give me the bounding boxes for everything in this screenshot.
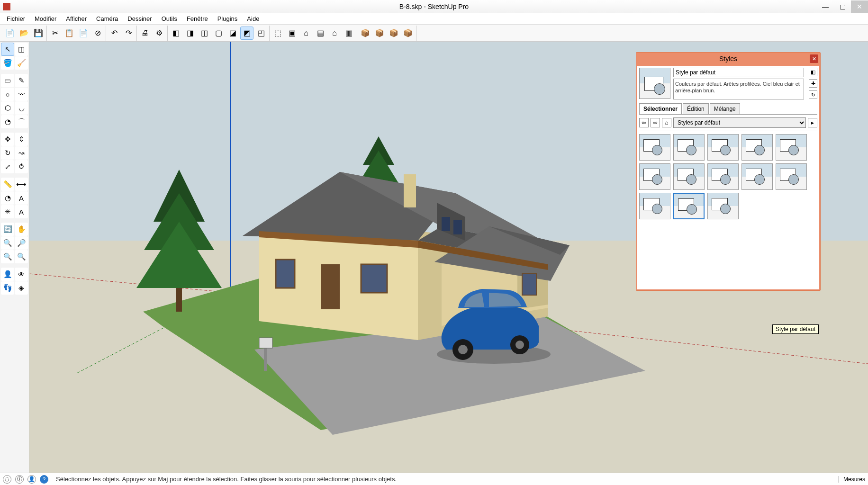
redo-button[interactable]: ↷ <box>122 27 135 40</box>
shaded-textures-button[interactable]: ◩ <box>240 27 253 40</box>
style-thumb[interactable] <box>707 163 739 190</box>
menu-camera[interactable]: Caméra <box>91 14 123 24</box>
circle-tool[interactable]: ○ <box>1 88 14 101</box>
share-button[interactable]: 📦 <box>373 27 386 40</box>
extensions-button[interactable]: 📦 <box>387 27 400 40</box>
copy-button[interactable]: 📋 <box>63 27 76 40</box>
style-thumb[interactable] <box>673 163 705 190</box>
menu-aide[interactable]: Aide <box>242 14 264 24</box>
top-view-button[interactable]: ▣ <box>285 27 298 40</box>
menu-outils[interactable]: Outils <box>157 14 182 24</box>
nav-forward-button[interactable]: ⇨ <box>651 118 660 127</box>
tab-mix[interactable]: Mélange <box>710 103 740 114</box>
back-edges-button[interactable]: ◨ <box>183 27 197 40</box>
maximize-button[interactable]: ▢ <box>834 0 851 13</box>
print-button[interactable]: 🖨 <box>138 27 152 40</box>
style-thumb-selected[interactable] <box>673 193 705 219</box>
menu-fenetre[interactable]: Fenêtre <box>182 14 213 24</box>
help-icon[interactable]: ? <box>40 475 48 484</box>
hidden-line-button[interactable]: ▢ <box>212 27 225 40</box>
move-tool[interactable]: ✥ <box>1 133 14 146</box>
delete-button[interactable]: ⊘ <box>91 27 104 40</box>
component-tool[interactable]: ◫ <box>15 43 28 56</box>
style-update-button[interactable]: ↻ <box>809 90 817 99</box>
style-thumb[interactable] <box>741 134 773 161</box>
paint-tool[interactable]: 🪣 <box>1 56 14 70</box>
tab-select[interactable]: Sélectionner <box>639 103 682 114</box>
freehand-tool[interactable]: 〰 <box>15 88 28 101</box>
current-style-thumbnail[interactable] <box>639 68 670 99</box>
back-view-button[interactable]: ⌂ <box>328 27 341 40</box>
style-thumb[interactable] <box>707 193 739 219</box>
open-file-button[interactable]: 📂 <box>18 27 31 40</box>
monochrome-button[interactable]: ◰ <box>254 27 268 40</box>
style-thumb[interactable] <box>741 163 773 190</box>
style-description[interactable]: Couleurs par défaut. Arêtes profilées. C… <box>673 79 804 99</box>
orbit-tool[interactable]: 🔄 <box>1 223 14 236</box>
nav-details-button[interactable]: ▸ <box>808 118 817 127</box>
iso-view-button[interactable]: ⬚ <box>271 27 284 40</box>
style-thumb[interactable] <box>707 134 739 161</box>
warehouse-button[interactable]: 📦 <box>359 27 372 40</box>
menu-modifier[interactable]: Modifier <box>30 14 61 24</box>
undo-button[interactable]: ↶ <box>108 27 121 40</box>
axes-tool[interactable]: ✳ <box>1 205 14 218</box>
nav-home-button[interactable]: ⌂ <box>662 118 671 127</box>
new-file-button[interactable]: 📄 <box>3 27 17 40</box>
look-around-tool[interactable]: 👁 <box>15 268 28 281</box>
right-view-button[interactable]: ▤ <box>314 27 327 40</box>
arc2-tool[interactable]: ⌒ <box>15 115 28 128</box>
tape-tool[interactable]: 📏 <box>1 178 14 191</box>
front-view-button[interactable]: ⌂ <box>299 27 313 40</box>
pie-tool[interactable]: ◔ <box>1 115 14 128</box>
position-camera-tool[interactable]: 👤 <box>1 268 14 281</box>
style-thumb[interactable] <box>639 163 670 190</box>
style-thumb[interactable] <box>639 134 670 161</box>
left-view-button[interactable]: ▥ <box>342 27 355 40</box>
paste-button[interactable]: 📄 <box>77 27 90 40</box>
style-name-input[interactable] <box>673 68 804 77</box>
style-thumb[interactable] <box>673 134 705 161</box>
panel-header[interactable]: Styles ✕ <box>636 53 820 65</box>
style-thumb[interactable] <box>776 134 807 161</box>
style-thumb[interactable] <box>639 193 670 219</box>
save-file-button[interactable]: 💾 <box>32 27 45 40</box>
line-tool[interactable]: ✎ <box>15 74 28 87</box>
eraser-tool[interactable]: 🧹 <box>15 56 28 70</box>
minimize-button[interactable]: — <box>817 0 834 13</box>
dimension-tool[interactable]: ⟷ <box>15 178 28 191</box>
menu-plugins[interactable]: Plugins <box>213 14 243 24</box>
style-collection-dropdown[interactable]: Styles par défaut <box>673 117 806 128</box>
nav-back-button[interactable]: ⇦ <box>639 118 649 127</box>
style-display-button[interactable]: ◧ <box>809 68 817 76</box>
zoom-extents-tool[interactable]: 🔍 <box>1 250 14 263</box>
3dtext-tool[interactable]: A <box>15 205 28 218</box>
style-create-button[interactable]: ✚ <box>809 79 817 88</box>
zoom-window-tool[interactable]: 🔎 <box>15 236 28 250</box>
cut-button[interactable]: ✂ <box>48 27 62 40</box>
geo-icon[interactable]: ◌ <box>3 475 11 484</box>
walk-tool[interactable]: 👣 <box>1 281 14 295</box>
text-tool[interactable]: A <box>15 191 28 205</box>
user-icon[interactable]: 👤 <box>27 475 36 484</box>
close-button[interactable]: ✕ <box>851 0 868 13</box>
xray-button[interactable]: ◧ <box>169 27 182 40</box>
viewport[interactable]: Styles ✕ Couleurs par défaut. Arêtes pro… <box>29 42 868 473</box>
menu-afficher[interactable]: Afficher <box>61 14 91 24</box>
rectangle-tool[interactable]: ▭ <box>1 74 14 87</box>
wireframe-button[interactable]: ◫ <box>198 27 211 40</box>
polygon-tool[interactable]: ⬡ <box>1 101 14 115</box>
tab-edit[interactable]: Édition <box>683 103 709 114</box>
menu-dessiner[interactable]: Dessiner <box>123 14 156 24</box>
previous-view-tool[interactable]: 🔍 <box>15 250 28 263</box>
arc-tool[interactable]: ◡ <box>15 101 28 115</box>
zoom-tool[interactable]: 🔍 <box>1 236 14 250</box>
shaded-button[interactable]: ◪ <box>226 27 239 40</box>
style-thumb[interactable] <box>776 163 807 190</box>
model-info-button[interactable]: ⚙ <box>153 27 166 40</box>
select-tool[interactable]: ↖ <box>1 43 14 56</box>
pushpull-tool[interactable]: ⇕ <box>15 133 28 146</box>
panel-close-button[interactable]: ✕ <box>810 54 818 63</box>
offset-tool[interactable]: ⥀ <box>15 160 28 173</box>
protractor-tool[interactable]: ◔ <box>1 191 14 205</box>
